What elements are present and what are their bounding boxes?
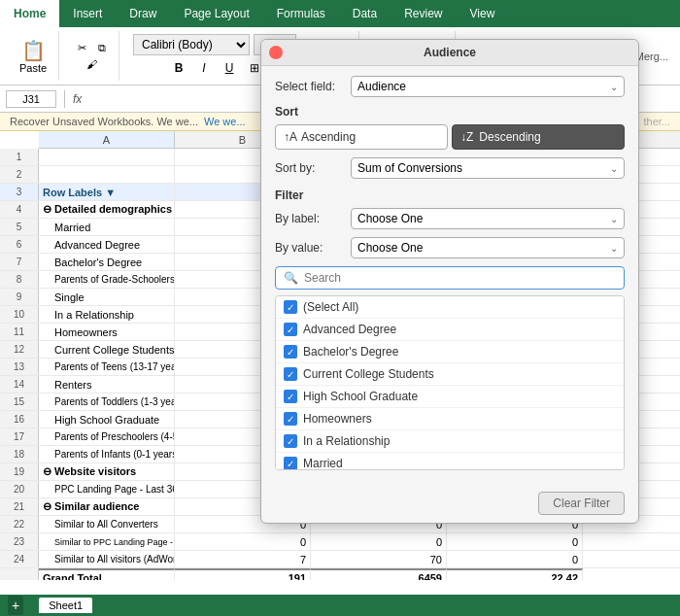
checkbox-select-all-label: (Select All) — [303, 300, 358, 314]
checkbox-high-school[interactable]: ✓ — [284, 390, 297, 403]
checkbox-married-label: Married — [303, 457, 343, 470]
sort-by-row: Sort by: Sum of Conversions ⌄ — [275, 157, 625, 179]
checkbox-bachelors-degree-label: Bachelor's Degree — [303, 345, 398, 359]
clear-filter-button[interactable]: Clear Filter — [538, 492, 625, 515]
dialog-body: Select field: Audience ⌄ Sort ↑A Ascendi… — [261, 66, 638, 488]
sort-ascending-label: Ascending — [301, 130, 356, 144]
sort-descending-button[interactable]: ↓Z Descending — [452, 124, 625, 150]
filter-dialog: Audience Select field: Audience ⌄ Sort ↑… — [260, 39, 639, 524]
underline-button[interactable]: U — [218, 57, 241, 79]
search-box: 🔍 — [275, 266, 625, 290]
sort-asc-icon: ↑A — [284, 130, 297, 144]
formula-bar-divider — [64, 90, 65, 108]
list-item[interactable]: ✓ Current College Students — [276, 363, 624, 386]
sort-section: Sort ↑A Ascending ↓Z Descending Sort by:… — [275, 105, 625, 179]
list-item[interactable]: ✓ High School Graduate — [276, 386, 624, 408]
checkbox-in-relationship[interactable]: ✓ — [284, 434, 297, 448]
dialog-close-button[interactable] — [269, 46, 283, 59]
list-item[interactable]: ✓ (Select All) — [276, 296, 624, 319]
filter-section: Filter By label: Choose One ⌄ By value: … — [275, 188, 625, 470]
grand-total-row: Grand Total 191 6459 22.42 — [0, 568, 680, 580]
by-label-label: By label: — [275, 212, 343, 225]
dialog-title-bar: Audience — [261, 40, 638, 66]
table-row: 24Similar to All visitors (AdWords)7700 — [0, 551, 680, 568]
tab-data[interactable]: Data — [339, 0, 391, 27]
tab-draw[interactable]: Draw — [116, 0, 170, 27]
clipboard-actions: ✂ ⧉ 🖌 — [65, 31, 119, 81]
by-label-dropdown[interactable]: Choose One ⌄ — [351, 208, 625, 229]
clipboard-group: 📋 Paste — [8, 31, 59, 81]
ribbon-tabs: Home Insert Draw Page Layout Formulas Da… — [0, 0, 680, 27]
by-label-row: By label: Choose One ⌄ — [275, 208, 625, 229]
search-icon: 🔍 — [284, 271, 298, 285]
checkbox-married[interactable]: ✓ — [284, 457, 297, 470]
sort-buttons: ↑A Ascending ↓Z Descending — [275, 124, 625, 150]
checkbox-list: ✓ (Select All) ✓ Advanced Degree ✓ Bache… — [275, 295, 625, 470]
paste-button[interactable]: 📋 Paste — [16, 39, 51, 74]
chevron-down-icon: ⌄ — [610, 163, 618, 174]
sheet-tab-1[interactable]: Sheet1 — [39, 598, 92, 613]
list-item[interactable]: ✓ In a Relationship — [276, 430, 624, 453]
list-item[interactable]: ✓ Advanced Degree — [276, 319, 624, 341]
notification-text: Recover Unsaved Workbooks. We we... — [10, 116, 198, 127]
chevron-down-icon: ⌄ — [610, 82, 618, 92]
notif-other: ther... — [643, 116, 670, 127]
chevron-down-icon: ⌄ — [610, 243, 618, 254]
list-item[interactable]: ✓ Married — [276, 453, 624, 470]
checkbox-current-college[interactable]: ✓ — [284, 367, 297, 381]
notif-link[interactable]: We we... — [204, 116, 246, 127]
checkbox-advanced-degree[interactable]: ✓ — [284, 323, 297, 336]
list-item[interactable]: ✓ Bachelor's Degree — [276, 341, 624, 363]
tab-page-layout[interactable]: Page Layout — [170, 0, 262, 27]
by-value-value: Choose One — [357, 241, 423, 255]
sort-by-value: Sum of Conversions — [357, 161, 462, 175]
copy-button[interactable]: ⧉ — [93, 40, 111, 56]
font-family-select[interactable]: Calibri (Body) — [133, 34, 250, 55]
cut-button[interactable]: ✂ — [73, 40, 91, 56]
checkbox-select-all[interactable]: ✓ — [284, 300, 297, 314]
by-value-label: By value: — [275, 241, 343, 255]
by-value-dropdown[interactable]: Choose One ⌄ — [351, 237, 625, 258]
bold-button[interactable]: B — [167, 57, 190, 79]
select-field-row: Select field: Audience ⌄ — [275, 76, 625, 97]
checkbox-in-relationship-label: In a Relationship — [303, 434, 390, 448]
by-value-row: By value: Choose One ⌄ — [275, 237, 625, 258]
tab-formulas[interactable]: Formulas — [263, 0, 339, 27]
sort-by-dropdown[interactable]: Sum of Conversions ⌄ — [351, 157, 625, 179]
dialog-footer: Clear Filter — [261, 488, 638, 515]
chevron-down-icon: ⌄ — [610, 214, 618, 224]
format-painter-button[interactable]: 🖌 — [82, 56, 102, 72]
select-field-dropdown[interactable]: Audience ⌄ — [351, 76, 625, 97]
col-header-a: A — [39, 131, 175, 148]
checkbox-homeowners[interactable]: ✓ — [284, 412, 297, 426]
cell-reference-input[interactable] — [6, 90, 56, 108]
tab-home[interactable]: Home — [0, 0, 59, 27]
list-item[interactable]: ✓ Homeowners — [276, 408, 624, 430]
checkbox-homeowners-label: Homeowners — [303, 412, 372, 426]
checkbox-bachelors-degree[interactable]: ✓ — [284, 345, 297, 359]
bottom-bar: + Sheet1 — [0, 595, 680, 616]
italic-button[interactable]: I — [192, 57, 216, 79]
sort-by-label: Sort by: — [275, 161, 343, 175]
checkbox-high-school-label: High School Graduate — [303, 390, 418, 403]
sort-descending-label: Descending — [479, 130, 540, 144]
checkbox-current-college-label: Current College Students — [303, 367, 434, 381]
tab-view[interactable]: View — [457, 0, 509, 27]
sort-ascending-button[interactable]: ↑A Ascending — [275, 124, 448, 150]
search-input[interactable] — [304, 271, 616, 285]
sort-desc-icon: ↓Z — [460, 130, 473, 144]
checkbox-advanced-degree-label: Advanced Degree — [303, 323, 396, 336]
dialog-title: Audience — [424, 46, 476, 59]
filter-title: Filter — [275, 188, 625, 202]
excel-container: Home Insert Draw Page Layout Formulas Da… — [0, 0, 680, 616]
tab-insert[interactable]: Insert — [59, 0, 116, 27]
add-sheet-button[interactable]: + — [12, 598, 19, 613]
sort-title: Sort — [275, 105, 625, 119]
table-row: 23Similar to PPC Landing Page - Last 364… — [0, 533, 680, 551]
by-label-value: Choose One — [357, 212, 423, 225]
select-field-label: Select field: — [275, 80, 343, 93]
fx-label: fx — [73, 92, 82, 106]
select-field-value: Audience — [357, 80, 406, 93]
tab-review[interactable]: Review — [391, 0, 456, 27]
